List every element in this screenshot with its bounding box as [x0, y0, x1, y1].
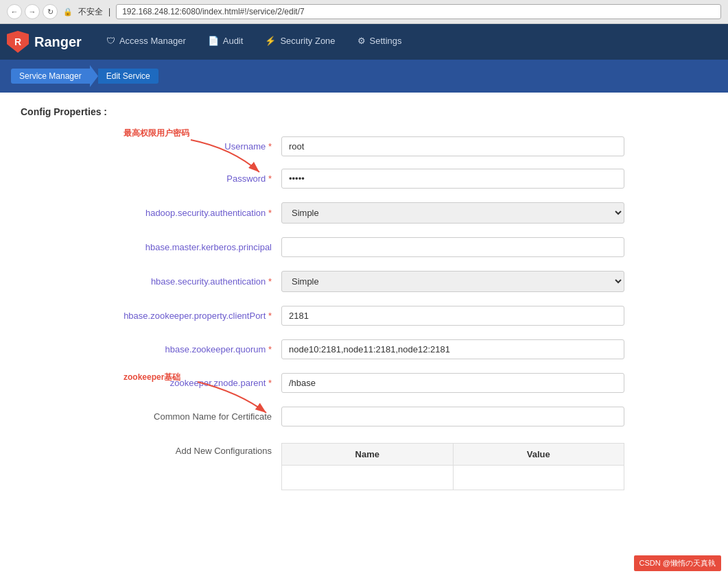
section-title: Config Properties : [21, 106, 707, 123]
field-row-add-config: Add New Configurations Name Value [21, 440, 707, 490]
csdn-watermark: CSDN @懒惰の天真執 [634, 555, 721, 571]
config-value-input[interactable] [459, 470, 619, 485]
shield-small-icon: 🛡 [106, 36, 115, 46]
hadoop-auth-select[interactable]: Simple Kerberos [281, 202, 624, 224]
zk-quorum-label: hbase.zookeeper.quorum * [21, 344, 281, 354]
annotation-arrow-1 [122, 134, 280, 189]
add-config-table: Name Value [281, 443, 624, 490]
hbase-auth-required-star: * [268, 276, 272, 287]
nav-items: 🛡 Access Manager 📄 Audit ⚡ Security Zone… [95, 24, 413, 60]
ranger-shield-icon: R [7, 31, 29, 53]
main-content: Config Properties : Username * 最高权限用户密码 [0, 93, 728, 578]
nav-audit[interactable]: 📄 Audit [197, 24, 255, 60]
zk-quorum-required-star: * [268, 344, 272, 354]
address-bar[interactable] [116, 4, 721, 19]
zk-port-label: hbase.zookeeper.property.clientPort * [21, 311, 281, 321]
settings-icon: ⚙ [357, 36, 366, 46]
main-navbar: R Ranger 🛡 Access Manager 📄 Audit ⚡ Secu… [0, 24, 728, 60]
nav-security-zone[interactable]: ⚡ Security Zone [254, 24, 346, 60]
back-button[interactable]: ← [7, 4, 22, 19]
table-row [282, 466, 624, 490]
brand-name: Ranger [34, 34, 82, 50]
breadcrumb-service-manager[interactable]: Service Manager [11, 69, 90, 84]
breadcrumb: Service Manager Edit Service [0, 60, 728, 93]
field-row-hbase-principal: hbase.master.kerberos.principal [21, 237, 707, 257]
add-config-label: Add New Configurations [21, 440, 281, 456]
refresh-button[interactable]: ↻ [43, 4, 58, 19]
nav-access-manager[interactable]: 🛡 Access Manager [95, 24, 197, 60]
security-zone-icon: ⚡ [265, 36, 276, 46]
breadcrumb-arrow-1 [90, 65, 98, 87]
hbase-principal-label: hbase.master.kerberos.principal [21, 242, 281, 252]
zk-port-required-star: * [268, 311, 272, 321]
password-input[interactable] [281, 169, 624, 189]
zk-quorum-input[interactable] [281, 339, 624, 359]
annotation-arrow-2 [122, 378, 280, 433]
username-input[interactable] [281, 136, 624, 156]
breadcrumb-edit-service[interactable]: Edit Service [98, 69, 158, 84]
audit-icon: 📄 [208, 36, 219, 46]
field-row-zk-quorum: hbase.zookeeper.quorum * [21, 339, 707, 359]
zk-znode-input[interactable] [281, 373, 624, 393]
hbase-principal-input[interactable] [281, 237, 624, 257]
zk-port-input[interactable] [281, 306, 624, 326]
common-name-input[interactable] [281, 407, 624, 426]
browser-bar: ← → ↻ 🔒 不安全 | [0, 0, 728, 24]
nav-settings[interactable]: ⚙ Settings [347, 24, 413, 60]
config-name-header: Name [282, 444, 454, 466]
field-row-hbase-auth: hbase.security.authentication * Simple K… [21, 271, 707, 292]
hadoop-auth-required-star: * [268, 208, 272, 218]
hbase-auth-label: hbase.security.authentication * [21, 276, 281, 287]
hbase-auth-select[interactable]: Simple Kerberos [281, 271, 624, 292]
config-value-header: Value [453, 444, 624, 466]
security-warning-icon: 🔒 [63, 8, 73, 16]
forward-button[interactable]: → [25, 4, 40, 19]
field-row-zk-port: hbase.zookeeper.property.clientPort * [21, 306, 707, 326]
config-name-input[interactable] [287, 470, 447, 485]
field-row-hadoop-auth: hadoop.security.authentication * Simple … [21, 202, 707, 224]
url-separator: | [108, 7, 110, 16]
security-warning-text: 不安全 [78, 6, 103, 18]
hadoop-auth-label: hadoop.security.authentication * [21, 208, 281, 218]
brand-logo: R Ranger [7, 31, 82, 53]
browser-nav-buttons[interactable]: ← → ↻ [7, 4, 58, 19]
